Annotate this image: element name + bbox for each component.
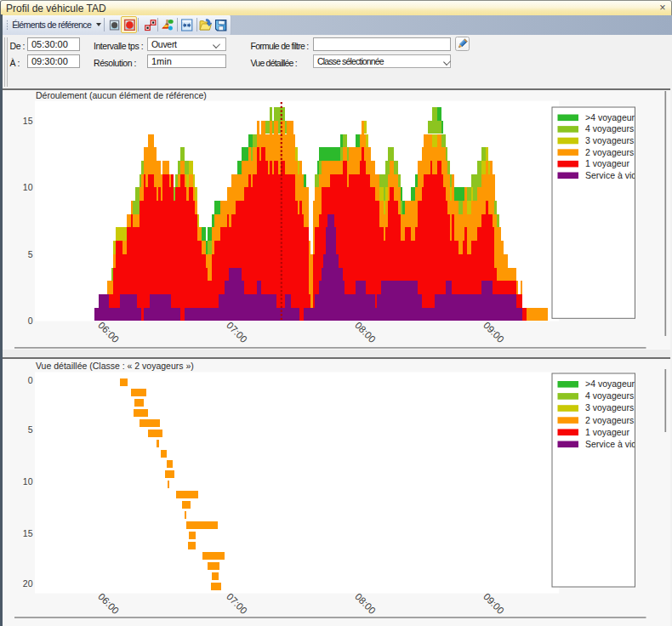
svg-text:3 voyageurs: 3 voyageurs: [585, 402, 634, 413]
svg-text:>4 voyageurs: >4 voyageurs: [585, 112, 639, 122]
svg-text:08:00: 08:00: [353, 591, 378, 616]
svg-text:2 voyageurs: 2 voyageurs: [585, 415, 634, 425]
svg-text:0: 0: [28, 375, 33, 385]
svg-text:4 voyageurs: 4 voyageurs: [585, 123, 634, 134]
svg-text:Service à vide: Service à vide: [585, 170, 641, 180]
svg-text:3 voyageurs: 3 voyageurs: [585, 135, 634, 145]
svg-text:4 voyageurs: 4 voyageurs: [585, 390, 634, 401]
svg-text:>4 voyageurs: >4 voyageurs: [585, 378, 639, 389]
svg-text:1 voyageur: 1 voyageur: [585, 427, 629, 437]
svg-text:08:00: 08:00: [353, 320, 378, 344]
svg-text:2 voyageurs: 2 voyageurs: [585, 147, 634, 157]
svg-text:Vue détaillée (Classe : « 2 vo: Vue détaillée (Classe : « 2 voyageurs »): [36, 361, 194, 371]
svg-text:0: 0: [28, 316, 33, 326]
svg-text:06:00: 06:00: [96, 591, 121, 616]
svg-text:10: 10: [23, 182, 33, 192]
svg-text:06:00: 06:00: [96, 320, 121, 344]
svg-text:09:00: 09:00: [481, 320, 506, 344]
svg-text:20: 20: [23, 578, 33, 589]
svg-text:15: 15: [23, 528, 33, 538]
svg-text:5: 5: [28, 249, 33, 259]
svg-text:5: 5: [28, 424, 33, 435]
svg-text:15: 15: [23, 116, 33, 126]
svg-text:07:00: 07:00: [225, 591, 249, 616]
svg-text:Déroulement (aucun élément de: Déroulement (aucun élément de référence): [36, 90, 207, 100]
svg-text:07:00: 07:00: [225, 320, 249, 344]
svg-text:09:00: 09:00: [481, 591, 506, 616]
svg-text:10: 10: [23, 476, 33, 487]
svg-text:Service à vide: Service à vide: [585, 439, 641, 449]
svg-text:1 voyageur: 1 voyageur: [585, 158, 629, 168]
